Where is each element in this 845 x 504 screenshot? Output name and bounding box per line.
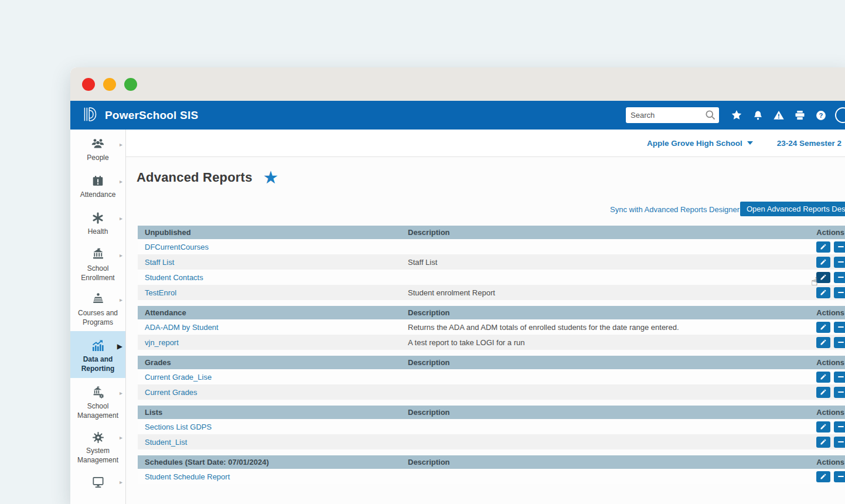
term-selector[interactable]: 23-24 Semester 2 xyxy=(777,139,841,148)
sidebar-item-courses-and-programs[interactable]: Courses and Programs ▸ xyxy=(70,285,125,332)
favorite-star-icon[interactable]: ★ xyxy=(263,170,279,185)
search-icon[interactable] xyxy=(704,109,716,123)
report-description: Student enrolment Report xyxy=(408,285,814,300)
chevron-right-icon: ▸ xyxy=(120,390,122,396)
report-description xyxy=(408,369,814,384)
favorites-star-icon[interactable] xyxy=(731,110,742,121)
remove-button[interactable] xyxy=(834,257,845,268)
remove-button[interactable] xyxy=(834,387,845,398)
section-header: Schedules (Start Date: 07/01/2024) Descr… xyxy=(138,455,845,469)
zoom-window-button[interactable] xyxy=(124,78,137,91)
sidebar-item-system-management[interactable]: System Management ▸ xyxy=(70,423,125,467)
sidebar-item-attendance[interactable]: Attendance ▸ xyxy=(70,166,125,203)
reports-table: Unpublished Description Actions DFCurren… xyxy=(138,226,845,490)
print-icon[interactable] xyxy=(794,110,806,121)
report-link[interactable]: ADA-ADM by Student xyxy=(145,323,219,332)
report-section: Unpublished Description Actions DFCurren… xyxy=(138,226,845,300)
report-link[interactable]: Sections List GDPS xyxy=(145,423,212,431)
description-column-header: Description xyxy=(408,226,814,239)
sync-designer-link[interactable]: Sync with Advanced Reports Designer xyxy=(610,205,740,214)
edit-button[interactable]: ☝ xyxy=(816,287,830,298)
remove-button[interactable] xyxy=(834,241,845,253)
section-title: Schedules (Start Date: 07/01/2024) xyxy=(138,455,408,469)
pencil-icon xyxy=(820,243,827,250)
system-management-icon xyxy=(91,430,105,445)
chevron-down-icon xyxy=(747,141,753,145)
report-description xyxy=(408,239,814,254)
minus-icon xyxy=(838,441,844,442)
edit-button[interactable]: ☝ xyxy=(816,257,830,268)
open-designer-button[interactable]: Open Advanced Reports Designer xyxy=(740,202,845,216)
section-header: Grades Description Actions xyxy=(138,356,845,369)
report-link[interactable]: Student_List xyxy=(145,438,187,447)
edit-button[interactable]: ☝ xyxy=(816,337,830,348)
minus-icon xyxy=(838,376,844,377)
close-window-button[interactable] xyxy=(82,78,95,91)
table-row: Sections List GDPS ☝ xyxy=(138,419,845,434)
sidebar-item-applications[interactable]: ▸ xyxy=(70,467,125,504)
report-link[interactable]: Current Grade_Lise xyxy=(145,373,212,382)
description-column-header: Description xyxy=(408,455,814,469)
actions-column-header: Actions xyxy=(814,455,845,469)
report-link[interactable]: TestEnrol xyxy=(145,288,176,297)
minus-icon xyxy=(838,277,844,278)
sidebar-item-school-management[interactable]: School Management ▸ xyxy=(70,378,125,423)
sidebar-item-people[interactable]: People ▸ xyxy=(70,130,125,166)
chevron-right-icon: ▸ xyxy=(120,479,122,485)
remove-button[interactable] xyxy=(834,471,845,482)
remove-button[interactable] xyxy=(834,287,845,298)
sidebar-item-label: People xyxy=(86,153,110,162)
user-avatar[interactable] xyxy=(835,107,845,123)
page-title: Advanced Reports xyxy=(137,170,253,185)
people-icon xyxy=(91,137,105,152)
report-link[interactable]: Current Grades xyxy=(145,388,197,397)
report-description: Returns the ADA and ADM totals of enroll… xyxy=(408,319,814,335)
edit-button[interactable]: ☝ xyxy=(816,387,830,398)
table-row: Current Grade_Lise ☝ xyxy=(138,369,845,384)
sidebar-nav: People ▸ Attendance ▸ xyxy=(70,130,126,504)
minimize-window-button[interactable] xyxy=(103,78,116,91)
attendance-icon xyxy=(91,173,104,189)
actions-column-header: Actions xyxy=(814,356,845,369)
remove-button[interactable] xyxy=(834,372,845,383)
report-link[interactable]: vjn_report xyxy=(145,338,179,347)
sidebar-item-label: School Management xyxy=(70,401,125,420)
actions-column-header: Actions xyxy=(814,226,845,239)
remove-button[interactable] xyxy=(834,272,845,283)
report-link[interactable]: DFCurrentCourses xyxy=(145,243,209,251)
help-icon[interactable]: ? xyxy=(815,110,827,121)
description-column-header: Description xyxy=(408,356,814,369)
pencil-icon xyxy=(820,373,827,380)
school-management-icon xyxy=(91,385,105,400)
report-section: Grades Description Actions Current Grade… xyxy=(138,356,845,400)
report-description xyxy=(408,384,814,400)
sidebar-item-data-and-reporting[interactable]: Data and Reporting ▶ xyxy=(70,331,125,378)
report-link[interactable]: Student Schedule Report xyxy=(145,472,230,481)
alerts-warning-icon[interactable] xyxy=(773,110,785,121)
section-header: Lists Description Actions xyxy=(138,406,845,419)
remove-button[interactable] xyxy=(834,337,845,348)
edit-button[interactable]: ☝ xyxy=(816,272,830,283)
edit-button[interactable]: ☝ xyxy=(816,241,830,253)
sidebar-item-school-enrollment[interactable]: School Enrollment ▸ xyxy=(70,240,125,285)
edit-button[interactable]: ☝ xyxy=(816,421,830,433)
remove-button[interactable] xyxy=(834,421,845,433)
school-selector-label: Apple Grove High School xyxy=(647,139,742,148)
edit-button[interactable]: ☝ xyxy=(816,322,830,333)
report-link[interactable]: Staff List xyxy=(145,258,174,267)
sidebar-item-health[interactable]: Health ▸ xyxy=(70,203,125,240)
pencil-icon xyxy=(820,274,827,281)
section-title: Lists xyxy=(138,406,408,419)
edit-button[interactable]: ☝ xyxy=(816,471,830,482)
school-selector[interactable]: Apple Grove High School xyxy=(647,139,753,148)
report-link[interactable]: Student Contacts xyxy=(145,273,203,282)
chevron-right-icon: ▸ xyxy=(120,434,122,441)
remove-button[interactable] xyxy=(834,437,845,448)
edit-button[interactable]: ☝ xyxy=(816,372,830,383)
notifications-bell-icon[interactable] xyxy=(752,110,764,121)
edit-button[interactable]: ☝ xyxy=(816,437,830,448)
pencil-icon xyxy=(820,473,827,480)
monitor-icon xyxy=(91,474,105,489)
section-rows: ADA-ADM by Student Returns the ADA and A… xyxy=(138,319,845,350)
remove-button[interactable] xyxy=(834,322,845,333)
